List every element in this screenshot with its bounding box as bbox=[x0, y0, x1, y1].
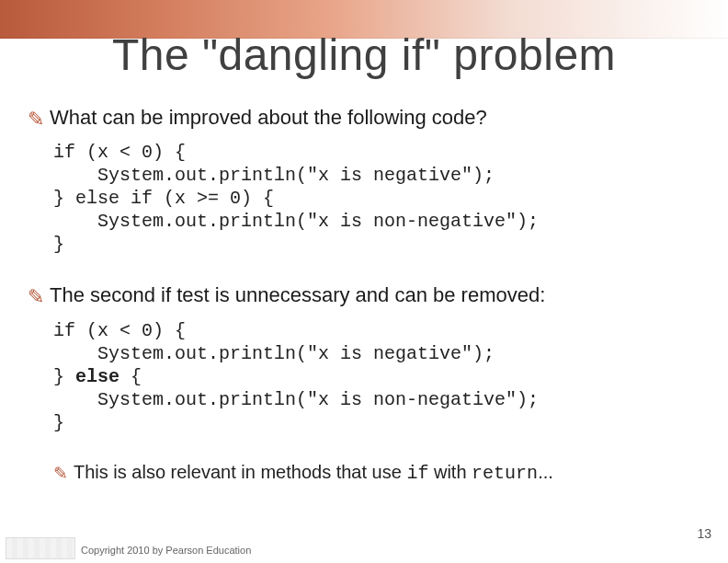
b3-pre: This is also relevant in methods that us… bbox=[74, 462, 406, 482]
code2-l3a: } bbox=[53, 366, 75, 387]
bullet-1-text: What can be improved about the following… bbox=[50, 106, 487, 130]
swirl-icon: ✎ bbox=[53, 464, 68, 485]
code-block-1: if (x < 0) { System.out.println("x is ne… bbox=[53, 141, 708, 256]
code1-l2: System.out.println("x is negative"); bbox=[53, 165, 495, 186]
code1-l1: if (x < 0) { bbox=[53, 142, 186, 163]
bullet-3-text: This is also relevant in methods that us… bbox=[74, 462, 553, 484]
swirl-icon: ✎ bbox=[28, 285, 44, 309]
slide-body: ✎ What can be improved about the followi… bbox=[28, 106, 708, 493]
b3-code-return: return bbox=[472, 463, 538, 484]
publisher-logo bbox=[6, 537, 75, 559]
code1-l4: System.out.println("x is non-negative"); bbox=[53, 211, 539, 232]
code2-else: else bbox=[75, 366, 119, 387]
b3-code-if: if bbox=[406, 463, 428, 484]
b3-mid: with bbox=[428, 462, 472, 482]
code2-l2: System.out.println("x is negative"); bbox=[53, 343, 495, 364]
bullet-1: ✎ What can be improved about the followi… bbox=[28, 106, 708, 130]
code1-l3: } else if (x >= 0) { bbox=[53, 188, 274, 209]
code2-l3c: { bbox=[119, 366, 142, 387]
b3-post: ... bbox=[538, 462, 553, 482]
swirl-icon: ✎ bbox=[28, 108, 44, 132]
bullet-3: ✎ This is also relevant in methods that … bbox=[53, 462, 708, 484]
code2-l1: if (x < 0) { bbox=[53, 320, 186, 341]
page-number: 13 bbox=[697, 526, 711, 541]
code-block-2: if (x < 0) { System.out.println("x is ne… bbox=[53, 319, 708, 434]
code1-l5: } bbox=[53, 234, 64, 255]
bullet-2-text: The second if test is unnecessary and ca… bbox=[50, 283, 545, 307]
copyright-text: Copyright 2010 by Pearson Education bbox=[81, 545, 251, 556]
slide-title: The "dangling if" problem bbox=[0, 29, 728, 80]
code2-l5: } bbox=[53, 412, 64, 433]
bullet-2: ✎ The second if test is unnecessary and … bbox=[28, 283, 708, 307]
code2-l4: System.out.println("x is non-negative"); bbox=[53, 389, 539, 410]
